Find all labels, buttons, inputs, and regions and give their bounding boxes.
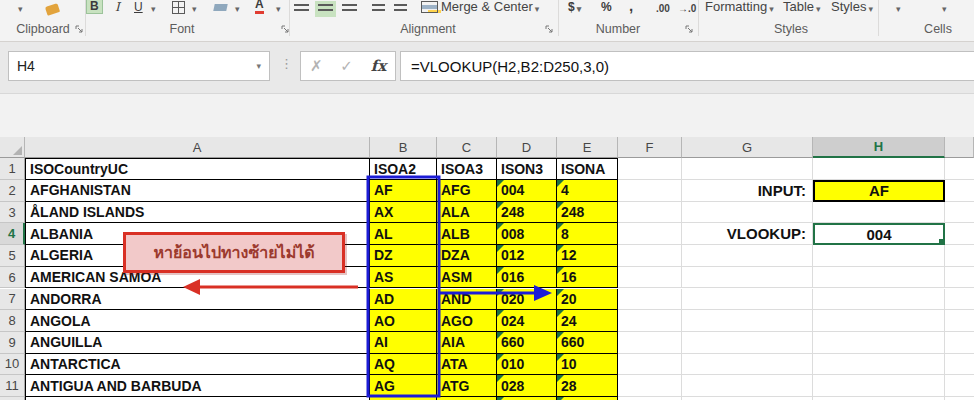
cell-D2[interactable]: 004 (497, 180, 557, 202)
row-number-10[interactable]: 10 (0, 354, 25, 376)
row-number-3[interactable]: 3 (0, 202, 25, 224)
cell-E6[interactable]: 16 (557, 267, 618, 289)
cell-H10[interactable] (813, 354, 945, 376)
column-header-C[interactable]: C (437, 137, 497, 158)
cell-H4[interactable]: 004 (813, 223, 945, 245)
cell-D7[interactable]: 020 (497, 289, 557, 311)
cell-F2[interactable] (618, 180, 682, 202)
cell-B6[interactable]: AS (370, 267, 437, 289)
row-number-9[interactable]: 9 (0, 332, 25, 354)
cell-C1[interactable]: ISOA3 (437, 158, 497, 180)
name-box[interactable]: H4 ▾ (8, 51, 270, 81)
cell-C3[interactable]: ALA (437, 202, 497, 224)
row-number-5[interactable]: 5 (0, 245, 25, 267)
cell-B3[interactable]: AX (370, 202, 437, 224)
cell-H6[interactable] (813, 267, 945, 289)
cell-F8[interactable] (618, 310, 682, 332)
cell-H8[interactable] (813, 310, 945, 332)
row-number-7[interactable]: 7 (0, 289, 25, 311)
cell-G10[interactable] (682, 354, 813, 376)
column-header-partial[interactable] (945, 137, 974, 158)
cell-B10[interactable]: AQ (370, 354, 437, 376)
format-painter-icon[interactable] (46, 0, 59, 14)
cell-G2[interactable]: INPUT: (682, 180, 813, 202)
clipboard-dialog-launcher-icon[interactable] (74, 24, 84, 34)
cell-F1[interactable] (618, 158, 682, 180)
cell-B2[interactable]: AF (370, 180, 437, 202)
cell-C9[interactable]: AIA (437, 332, 497, 354)
decrease-indent-button[interactable] (372, 0, 385, 14)
cell-C8[interactable]: AGO (437, 310, 497, 332)
cell-D8[interactable]: 024 (497, 310, 557, 332)
increase-indent-button[interactable] (394, 0, 407, 14)
cell-A7[interactable]: ANDORRA (25, 289, 370, 311)
cell-G4[interactable]: VLOOKUP: (682, 223, 813, 245)
cell-H7[interactable] (813, 289, 945, 311)
column-header-F[interactable]: F (618, 137, 682, 158)
name-box-dropdown-icon[interactable]: ▾ (256, 61, 261, 71)
cell-F4[interactable] (618, 223, 682, 245)
cell-H11[interactable] (813, 375, 945, 397)
row-number-8[interactable]: 8 (0, 310, 25, 332)
cell-A11[interactable]: ANTIGUA AND BARBUDA (25, 375, 370, 397)
cell-E11[interactable]: 28 (557, 375, 618, 397)
cell-D1[interactable]: ISON3 (497, 158, 557, 180)
cell-A1[interactable]: ISOCountryUC (25, 158, 370, 180)
cell-H1[interactable] (813, 158, 945, 180)
increase-decimal-button[interactable]: .00 (656, 0, 670, 14)
cell-F6[interactable] (618, 267, 682, 289)
cell-D5[interactable]: 012 (497, 245, 557, 267)
cell-F10[interactable] (618, 354, 682, 376)
cell-B9[interactable]: AI (370, 332, 437, 354)
cell-E5[interactable]: 12 (557, 245, 618, 267)
row-number-11[interactable]: 11 (0, 375, 25, 397)
cell-G9[interactable] (682, 332, 813, 354)
cell-F3[interactable] (618, 202, 682, 224)
cell-C6[interactable]: ASM (437, 267, 497, 289)
fill-color-icon[interactable] (214, 0, 227, 14)
cell-D9[interactable]: 660 (497, 332, 557, 354)
cell-G7[interactable] (682, 289, 813, 311)
cell-G5[interactable] (682, 245, 813, 267)
borders-icon[interactable] (172, 0, 185, 14)
cell-A8[interactable]: ANGOLA (25, 310, 370, 332)
font-color-icon[interactable]: A (255, 0, 264, 14)
column-header-E[interactable]: E (557, 137, 618, 158)
row-number-1[interactable]: 1 (0, 158, 25, 180)
borders-dropdown-icon[interactable]: ▾ (190, 0, 197, 14)
row-number-6[interactable]: 6 (0, 267, 25, 289)
bold-button[interactable]: B (86, 0, 103, 14)
font-dialog-launcher-icon[interactable] (280, 24, 290, 34)
align-right-button[interactable] (342, 0, 357, 14)
enter-icon[interactable]: ✓ (340, 57, 353, 75)
cell-A10[interactable]: ANTARCTICA (25, 354, 370, 376)
cell-F11[interactable] (618, 375, 682, 397)
cell-H3[interactable] (813, 202, 945, 224)
format-as-table-button[interactable]: Table▾ (783, 0, 821, 14)
paste-dropdown-icon[interactable]: ▾ (16, 0, 23, 14)
cell-D11[interactable]: 028 (497, 375, 557, 397)
font-color-dropdown-icon[interactable]: ▾ (274, 0, 281, 14)
cell-H2[interactable]: AF (813, 180, 945, 202)
cell-A3[interactable]: ÅLAND ISLANDS (25, 202, 370, 224)
cell-B1[interactable]: ISOA2 (370, 158, 437, 180)
formula-bar-resize-handle[interactable]: ⋮ (280, 56, 293, 71)
row-number-4[interactable]: 4 (0, 223, 25, 245)
cell-G8[interactable] (682, 310, 813, 332)
cell-H9[interactable] (813, 332, 945, 354)
column-header-B[interactable]: B (370, 137, 437, 158)
cell-E1[interactable]: ISONA (557, 158, 618, 180)
align-left-button[interactable] (294, 0, 309, 14)
cell-F7[interactable] (618, 289, 682, 311)
cell-E9[interactable]: 660 (557, 332, 618, 354)
underline-dropdown-icon[interactable]: ▾ (149, 0, 156, 14)
number-dialog-launcher-icon[interactable] (684, 24, 694, 34)
cell-C11[interactable]: ATG (437, 375, 497, 397)
cell-F9[interactable] (618, 332, 682, 354)
percent-style-button[interactable]: % (601, 0, 612, 14)
cell-D10[interactable]: 010 (497, 354, 557, 376)
conditional-formatting-button[interactable]: Formatting▾ (705, 0, 774, 14)
fill-handle[interactable] (938, 238, 945, 245)
cell-G1[interactable] (682, 158, 813, 180)
comma-style-button[interactable]: , (629, 0, 633, 14)
